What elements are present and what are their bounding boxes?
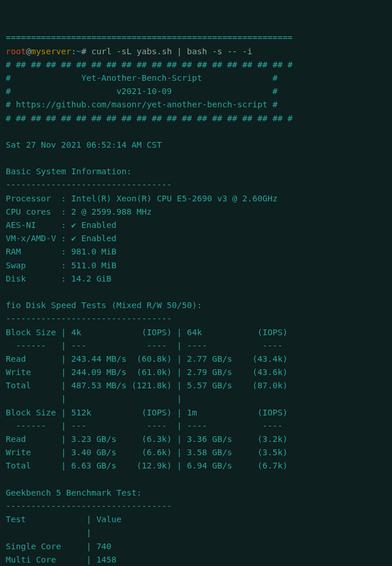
sysinfo-row: AES-NI : ✔ Enabled bbox=[6, 219, 386, 232]
geekbench-row: | bbox=[6, 526, 386, 539]
sysinfo-row: RAM : 981.0 MiB bbox=[6, 245, 386, 258]
blank bbox=[6, 152, 386, 165]
banner-title: # Yet-Another-Bench-Script # bbox=[6, 72, 386, 85]
geekbench-row: Test | Value bbox=[6, 513, 386, 526]
date-line: Sat 27 Nov 2021 06:52:14 AM CST bbox=[6, 138, 386, 152]
fio-row: Block Size | 512k (IOPS) | 1m (IOPS) bbox=[6, 406, 386, 419]
sysinfo-row: Swap : 511.0 MiB bbox=[6, 259, 386, 272]
geekbench-dash: --------------------------------- bbox=[6, 500, 386, 513]
banner-hash-bottom: # ## ## ## ## ## ## ## ## ## ## ## ## ##… bbox=[6, 112, 386, 125]
banner-hash-top: # ## ## ## ## ## ## ## ## ## ## ## ## ##… bbox=[6, 58, 386, 72]
fio-row: ------ | --- ---- | ---- ---- bbox=[6, 339, 386, 353]
sysinfo-row: CPU cores : 2 @ 2599.988 MHz bbox=[6, 205, 386, 219]
sysinfo-row: VM-x/AMD-V : ✔ Enabled bbox=[6, 232, 386, 245]
prompt-line: root@myserver:~# curl -sL yabs.sh | bash… bbox=[6, 45, 386, 58]
prompt-colon: : bbox=[71, 47, 77, 56]
fio-row: Read | 243.44 MB/s (60.8k) | 2.77 GB/s (… bbox=[6, 353, 386, 366]
blank bbox=[6, 473, 386, 486]
sysinfo-row: Processor : Intel(R) Xeon(R) CPU E5-2690… bbox=[6, 192, 386, 205]
fio-row: Write | 244.09 MB/s (61.0k) | 2.79 GB/s … bbox=[6, 366, 386, 379]
sysinfo-header: Basic System Information: bbox=[6, 165, 386, 178]
prompt-hash: # bbox=[81, 47, 91, 56]
banner-url: # https://github.com/masonr/yet-another-… bbox=[6, 98, 386, 111]
geekbench-row: Single Core | 740 bbox=[6, 540, 386, 553]
fio-row: | | bbox=[6, 392, 386, 406]
fio-dash: --------------------------------- bbox=[6, 312, 386, 325]
prompt-host: myserver bbox=[31, 47, 71, 56]
fio-row: ------ | --- ---- | ---- ---- bbox=[6, 419, 386, 433]
fio-row: Read | 3.23 GB/s (6.3k) | 3.36 GB/s (3.2… bbox=[6, 433, 386, 446]
command-text[interactable]: curl -sL yabs.sh | bash -s -- -i bbox=[91, 47, 252, 56]
fio-row: Write | 3.40 GB/s (6.6k) | 3.58 GB/s (3.… bbox=[6, 446, 386, 459]
sysinfo-dash: --------------------------------- bbox=[6, 178, 386, 192]
top-rule: ========================================… bbox=[6, 31, 386, 44]
geekbench-header: Geekbench 5 Benchmark Test: bbox=[6, 486, 386, 500]
banner-version: # v2021-10-09 # bbox=[6, 85, 386, 98]
fio-row: Total | 6.63 GB/s (12.9k) | 6.94 GB/s (6… bbox=[6, 459, 386, 473]
sysinfo-row: Disk : 14.2 GiB bbox=[6, 272, 386, 286]
geekbench-row: Multi Core | 1458 bbox=[6, 553, 386, 566]
prompt-at: @ bbox=[26, 47, 31, 56]
prompt-path: ~ bbox=[76, 47, 81, 56]
fio-header: fio Disk Speed Tests (Mixed R/W 50/50): bbox=[6, 299, 386, 312]
prompt-user: root bbox=[6, 47, 26, 56]
fio-row: Total | 487.53 MB/s (121.8k) | 5.57 GB/s… bbox=[6, 379, 386, 392]
fio-row: Block Size | 4k (IOPS) | 64k (IOPS) bbox=[6, 326, 386, 339]
blank bbox=[6, 286, 386, 299]
blank bbox=[6, 125, 386, 138]
